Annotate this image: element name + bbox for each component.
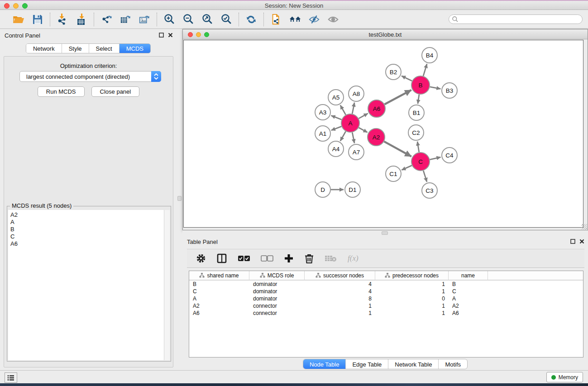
save-session-icon[interactable]: [32, 14, 43, 25]
graph-edge-A6-B[interactable]: [385, 90, 411, 105]
graph-edge-A-A1[interactable]: [331, 126, 342, 130]
table-row[interactable]: A dominator 8 0 A: [189, 295, 583, 302]
run-mcds-button[interactable]: Run MCDS: [38, 86, 85, 97]
tab-select[interactable]: Select: [89, 44, 120, 53]
delete-column-icon[interactable]: [304, 253, 314, 264]
mcds-result-list[interactable]: A2 A B C A6: [8, 210, 164, 360]
list-item[interactable]: B: [10, 226, 164, 233]
network-canvas[interactable]: B4B2BB3A8A5A6A3B1AC2A1A2A4A7C4CC1C3DD1: [183, 40, 583, 228]
graph-edge-A-A5[interactable]: [340, 105, 346, 114]
list-item[interactable]: A2: [10, 211, 164, 219]
graph-edge-A-A2[interactable]: [359, 128, 367, 132]
graph-edge-B-B3[interactable]: [430, 87, 441, 89]
graph-node-A7[interactable]: A7: [349, 144, 364, 160]
zoom-out-icon[interactable]: [182, 14, 194, 25]
graph-edge-A-A6[interactable]: [359, 114, 368, 119]
graph-edge-C-C4[interactable]: [430, 157, 441, 159]
search-field[interactable]: [449, 14, 583, 24]
graph-node-B3[interactable]: B3: [442, 83, 457, 98]
select-all-icon[interactable]: [238, 255, 250, 262]
graph-edge-A-A7[interactable]: [352, 133, 354, 143]
table-row[interactable]: B dominator 4 1 B: [189, 281, 583, 288]
list-item[interactable]: A: [10, 219, 164, 226]
close-panel-icon[interactable]: [168, 33, 173, 38]
column-header-mcds-role[interactable]: MCDS role: [249, 271, 305, 280]
refresh-icon[interactable]: [245, 14, 257, 25]
float-panel-icon[interactable]: [570, 239, 575, 244]
float-panel-icon[interactable]: [159, 33, 164, 38]
home-icon[interactable]: [289, 14, 301, 25]
table-row[interactable]: A6 connector 1 1 A6: [189, 310, 583, 317]
graph-node-C[interactable]: C: [411, 152, 430, 171]
export-image-icon[interactable]: [139, 14, 150, 25]
tab-motifs[interactable]: Motifs: [439, 359, 467, 369]
graph-edge-C-C3[interactable]: [423, 171, 427, 182]
graph-edge-B-B4[interactable]: [423, 64, 427, 76]
graph-node-A8[interactable]: A8: [349, 86, 364, 101]
column-header-shared-name[interactable]: shared name: [189, 271, 249, 280]
column-header-successor-nodes[interactable]: successor nodes: [305, 271, 375, 280]
search-input[interactable]: [459, 16, 582, 23]
graph-edge-C-C2[interactable]: [417, 142, 419, 152]
network-from-file-icon[interactable]: [270, 14, 282, 25]
import-network-icon[interactable]: [57, 14, 68, 25]
graph-edge-A-A8[interactable]: [352, 103, 354, 114]
close-panel-icon[interactable]: [579, 239, 584, 244]
vertical-splitter[interactable]: [177, 29, 182, 370]
graph-edge-A2-C[interactable]: [384, 142, 411, 157]
graph-node-C2[interactable]: C2: [408, 125, 424, 140]
column-header-name[interactable]: name: [449, 271, 488, 280]
resize-grip[interactable]: [582, 224, 587, 229]
close-panel-button[interactable]: Close panel: [91, 86, 140, 97]
column-header-predecessor-nodes[interactable]: predecessor nodes: [375, 271, 449, 280]
network-window-titlebar[interactable]: testGlobe.txt: [183, 29, 588, 39]
graph-node-A4[interactable]: A4: [328, 141, 344, 157]
tab-style[interactable]: Style: [62, 44, 89, 53]
table-row[interactable]: C dominator 4 1 C: [189, 288, 583, 295]
table-settings-gear-icon[interactable]: [196, 253, 206, 263]
hide-graphics-icon[interactable]: [308, 14, 320, 25]
tab-edge-table[interactable]: Edge Table: [346, 359, 388, 369]
horizontal-splitter[interactable]: [182, 230, 588, 235]
graph-node-D[interactable]: D: [315, 182, 330, 197]
import-table-icon[interactable]: [76, 14, 87, 25]
show-graphics-icon[interactable]: [327, 14, 339, 25]
tab-node-table[interactable]: Node Table: [303, 359, 346, 369]
list-item[interactable]: C: [10, 233, 164, 240]
splitter-handle[interactable]: [382, 231, 388, 235]
zoom-fit-icon[interactable]: [201, 14, 213, 25]
graph-edge-C-C1[interactable]: [402, 166, 412, 170]
graph-node-A3[interactable]: A3: [315, 105, 330, 120]
graph-node-B[interactable]: B: [411, 76, 430, 94]
table-row[interactable]: A2 connector 1 1 A2: [189, 302, 583, 310]
graph-node-A1[interactable]: A1: [315, 126, 330, 141]
tab-mcds[interactable]: MCDS: [120, 44, 150, 53]
graph-edge-B-B1[interactable]: [418, 95, 419, 104]
graph-edge-A-A4[interactable]: [340, 131, 346, 141]
tab-network-table[interactable]: Network Table: [388, 359, 439, 369]
splitter-handle[interactable]: [177, 196, 182, 201]
export-network-icon[interactable]: [100, 14, 112, 25]
zoom-selected-icon[interactable]: [220, 14, 232, 25]
tab-network[interactable]: Network: [26, 44, 62, 53]
graph-node-B2[interactable]: B2: [386, 64, 401, 80]
graph-node-D1[interactable]: D1: [345, 182, 360, 197]
graph-node-A[interactable]: A: [341, 114, 359, 132]
list-item[interactable]: A6: [10, 240, 164, 248]
deselect-all-icon[interactable]: [261, 255, 273, 262]
graph-edge-A-A3[interactable]: [331, 115, 342, 119]
graph-node-C1[interactable]: C1: [386, 166, 401, 181]
graph-node-C4[interactable]: C4: [442, 148, 457, 163]
graph-node-A6[interactable]: A6: [368, 100, 385, 117]
show-columns-icon[interactable]: [216, 253, 227, 264]
task-history-button[interactable]: [5, 372, 17, 383]
open-file-icon[interactable]: [13, 14, 24, 25]
criterion-select[interactable]: largest connected component (directed): [19, 71, 161, 82]
graph-node-A2[interactable]: A2: [368, 129, 385, 146]
result-list-scrollbar[interactable]: [164, 210, 170, 360]
graph-edge-B-B2[interactable]: [402, 76, 412, 81]
graph-node-C3[interactable]: C3: [422, 183, 437, 198]
export-table-icon[interactable]: [120, 14, 131, 25]
memory-button[interactable]: Memory: [546, 372, 583, 382]
graph-node-B4[interactable]: B4: [422, 48, 437, 63]
